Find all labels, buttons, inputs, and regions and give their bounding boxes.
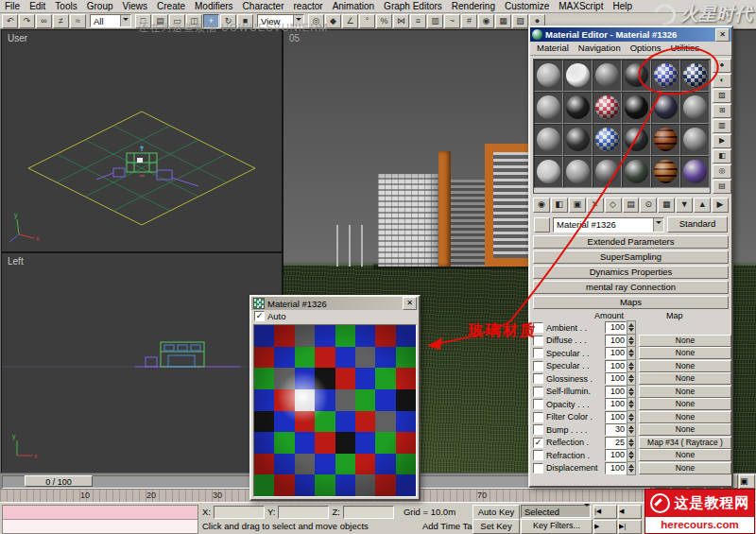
material-editor-menu-utilities[interactable]: Utilities bbox=[666, 43, 703, 54]
menu-rendering[interactable]: Rendering bbox=[447, 1, 500, 11]
show-end-result-icon[interactable]: ▼ bbox=[676, 198, 693, 213]
map-enable-checkbox[interactable] bbox=[533, 348, 543, 358]
material-sample-slot[interactable] bbox=[593, 92, 622, 124]
set-key-button[interactable]: Set Key bbox=[472, 519, 520, 534]
material-sample-slot[interactable] bbox=[680, 156, 710, 188]
rollout-supersampling[interactable]: SuperSampling bbox=[533, 250, 729, 264]
material-sample-slot[interactable] bbox=[680, 92, 710, 124]
bind-to-space-warp-icon[interactable]: ≈ bbox=[70, 14, 86, 28]
material-sample-slot[interactable] bbox=[622, 92, 651, 124]
material-sample-slot[interactable] bbox=[593, 60, 622, 92]
map-button[interactable]: None bbox=[639, 372, 731, 385]
percent-snap-icon[interactable]: % bbox=[376, 14, 392, 28]
map-amount-field[interactable]: 100 bbox=[605, 449, 627, 461]
material-sample-slot[interactable] bbox=[534, 92, 563, 124]
put-material-to-scene-icon[interactable]: ◧ bbox=[551, 198, 568, 213]
angle-snap-icon[interactable]: ° bbox=[359, 14, 375, 28]
menu-file[interactable]: File bbox=[0, 1, 25, 11]
redo-icon[interactable]: ↷ bbox=[19, 14, 35, 28]
material-sample-slot[interactable] bbox=[651, 124, 680, 156]
assign-material-to-selection-icon[interactable]: ▣ bbox=[569, 198, 586, 213]
go-to-end-icon[interactable]: ▶| bbox=[618, 520, 642, 534]
dropdown-arrow-icon[interactable] bbox=[584, 507, 590, 517]
menu-group[interactable]: Group bbox=[82, 1, 118, 11]
map-amount-field[interactable]: 100 bbox=[605, 347, 627, 359]
menu-customize[interactable]: Customize bbox=[500, 1, 554, 11]
map-enable-checkbox[interactable] bbox=[533, 387, 543, 397]
next-frame-icon[interactable]: ▶ bbox=[593, 520, 617, 534]
auto-key-button[interactable]: Auto Key bbox=[472, 505, 520, 520]
pick-material-icon[interactable] bbox=[534, 217, 550, 233]
material-editor-menu-navigation[interactable]: Navigation bbox=[575, 43, 625, 54]
select-by-material-icon[interactable]: ◎ bbox=[713, 164, 731, 179]
map-enable-checkbox[interactable] bbox=[533, 373, 543, 384]
material-editor-icon[interactable]: ◉ bbox=[478, 14, 494, 28]
add-time-tag[interactable]: Add Time Tag bbox=[422, 521, 477, 531]
material-sample-slot[interactable] bbox=[622, 124, 651, 156]
menu-graph-editors[interactable]: Graph Editors bbox=[379, 1, 447, 11]
map-amount-field[interactable]: 100 bbox=[605, 321, 627, 334]
select-and-link-icon[interactable]: ∞ bbox=[36, 14, 52, 28]
map-button[interactable]: None bbox=[639, 347, 731, 359]
map-amount-field[interactable]: 100 bbox=[605, 335, 627, 347]
material-editor-titlebar[interactable]: Material Editor - Material #1326 ✕ bbox=[530, 27, 731, 42]
listener-script-row[interactable] bbox=[3, 520, 198, 533]
auto-update-checkbox[interactable]: ✓ bbox=[254, 311, 265, 321]
map-amount-field[interactable]: 100 bbox=[605, 398, 627, 410]
map-enable-checkbox[interactable] bbox=[533, 412, 543, 422]
map-button[interactable]: None bbox=[639, 386, 731, 398]
material-name-dropdown[interactable]: Material #1326 bbox=[553, 217, 664, 233]
material-sample-slot[interactable] bbox=[534, 60, 563, 92]
map-enable-checkbox[interactable] bbox=[533, 424, 543, 435]
map-amount-field[interactable]: 100 bbox=[605, 360, 627, 372]
close-icon[interactable]: ✕ bbox=[403, 297, 417, 310]
close-icon[interactable]: ✕ bbox=[715, 28, 730, 42]
viewport-label[interactable]: Left bbox=[8, 256, 24, 267]
show-map-in-viewport-icon[interactable]: ▦ bbox=[658, 198, 675, 213]
render-setup-icon[interactable]: ▦ bbox=[495, 14, 511, 28]
menu-help[interactable]: Help bbox=[608, 1, 637, 11]
material-sample-slot[interactable] bbox=[680, 124, 710, 156]
go-forward-to-sibling-icon[interactable]: ▶ bbox=[712, 198, 729, 213]
x-coordinate-field[interactable] bbox=[214, 506, 265, 519]
mirror-icon[interactable]: ⋈ bbox=[393, 14, 409, 28]
rollout-extended-parameters[interactable]: Extended Parameters bbox=[533, 235, 729, 249]
material-sample-slot[interactable] bbox=[563, 60, 593, 92]
z-coordinate-field[interactable] bbox=[343, 506, 394, 519]
preview-titlebar[interactable]: Material #1326 ✕ bbox=[251, 297, 419, 310]
go-to-start-icon[interactable]: |◀ bbox=[593, 505, 617, 519]
material-sample-slot[interactable] bbox=[563, 124, 593, 156]
map-enable-checkbox[interactable] bbox=[533, 399, 543, 409]
rollout-maps[interactable]: Maps bbox=[533, 296, 729, 309]
reset-map-icon[interactable]: ✕ bbox=[587, 198, 604, 213]
map-button[interactable]: None bbox=[639, 335, 731, 347]
viewport-label[interactable]: User bbox=[8, 33, 27, 43]
map-amount-field[interactable]: 30 bbox=[605, 423, 627, 436]
material-sample-slot[interactable] bbox=[534, 156, 563, 188]
map-button[interactable]: None bbox=[639, 462, 731, 474]
key-filters-button[interactable]: Key Filters... bbox=[521, 519, 593, 534]
map-button[interactable]: None bbox=[639, 411, 731, 423]
map-amount-field[interactable]: 100 bbox=[605, 372, 627, 385]
sample-type-icon[interactable]: ● bbox=[713, 59, 731, 73]
material-editor-menu-options[interactable]: Options bbox=[627, 43, 665, 54]
material-sample-slot[interactable] bbox=[534, 124, 563, 156]
map-enable-checkbox[interactable] bbox=[533, 463, 543, 474]
layer-manager-icon[interactable]: ▥ bbox=[427, 14, 443, 28]
backlight-icon[interactable]: ◐ bbox=[713, 74, 731, 88]
map-button[interactable]: None bbox=[639, 398, 731, 410]
align-icon[interactable]: ≡ bbox=[410, 14, 426, 28]
map-enable-checkbox[interactable]: ✓ bbox=[533, 438, 543, 448]
go-to-parent-icon[interactable]: ▲ bbox=[694, 198, 711, 213]
menu-character[interactable]: Character bbox=[238, 1, 289, 11]
material-sample-slot[interactable] bbox=[622, 156, 651, 188]
snap-toggle-icon[interactable]: ∠ bbox=[342, 14, 358, 28]
y-coordinate-field[interactable] bbox=[278, 506, 329, 519]
map-enable-checkbox[interactable] bbox=[533, 450, 543, 460]
maxscript-mini-listener[interactable] bbox=[2, 505, 198, 534]
material-sample-slot[interactable] bbox=[622, 60, 651, 92]
undo-icon[interactable]: ↶ bbox=[2, 14, 18, 28]
material-options-icon[interactable]: ◧ bbox=[713, 149, 731, 164]
get-material-icon[interactable]: ◉ bbox=[533, 198, 550, 213]
video-color-check-icon[interactable]: ▥ bbox=[713, 119, 731, 133]
